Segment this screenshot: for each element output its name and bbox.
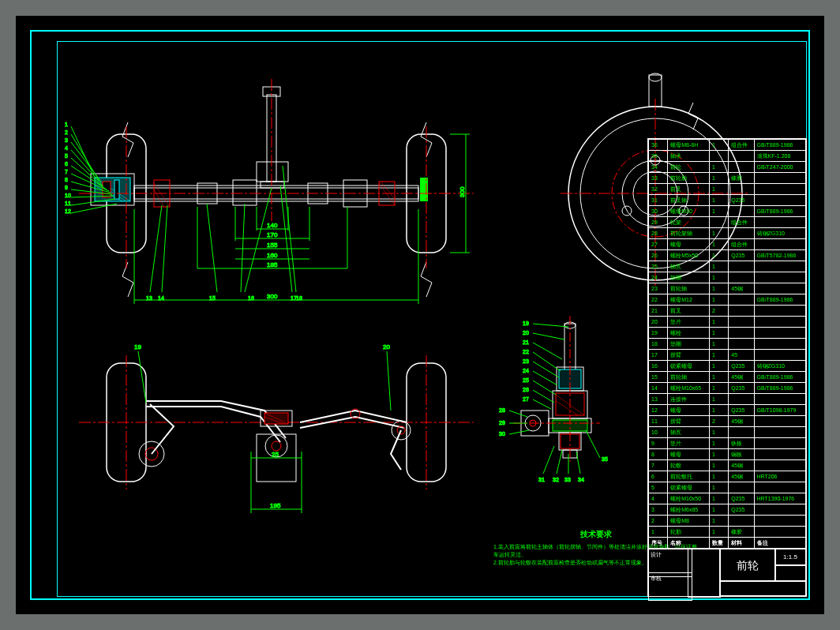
- bom-row: 6前轮毂托145钢HRT206: [649, 471, 806, 482]
- front-elevation-view: 170 140 155 160 185 300 300 1 2 3 4 5 6 …: [65, 79, 474, 304]
- bom-row: 17摆臂145: [649, 350, 806, 361]
- svg-line-172: [543, 446, 554, 474]
- bom-row: 28前轮架轴1铸钢ZG310: [649, 228, 806, 239]
- svg-text:32: 32: [553, 477, 559, 482]
- svg-line-170: [509, 430, 529, 434]
- svg-text:3: 3: [65, 137, 68, 143]
- svg-text:28: 28: [499, 407, 505, 413]
- bom-row: 15前轮轴145钢GB/T889-1986: [649, 372, 806, 383]
- bom-row: 2螺母M81: [649, 516, 806, 527]
- bom-row: 8螺母1铜板: [649, 449, 806, 460]
- bom-row: 5锁紧螺母1: [649, 482, 806, 493]
- svg-text:29: 29: [499, 420, 505, 426]
- svg-text:25: 25: [523, 377, 529, 383]
- svg-text:26: 26: [523, 387, 529, 392]
- bom-row: 30螺母M101GB/T889-1986: [649, 206, 806, 217]
- svg-line-156: [533, 362, 559, 377]
- svg-text:7: 7: [65, 169, 68, 174]
- bom-row: 23前轮轴145钢: [649, 283, 806, 294]
- svg-text:9: 9: [65, 185, 68, 190]
- checker-cell: 审核: [648, 572, 692, 601]
- svg-rect-130: [564, 324, 576, 371]
- svg-line-86: [245, 188, 272, 292]
- bom-row: 33前轮胎1橡胶: [649, 173, 806, 184]
- svg-text:19: 19: [134, 343, 141, 351]
- bom-row: 34前轮1GB/T247-2000: [649, 162, 806, 173]
- svg-text:34: 34: [578, 477, 584, 482]
- svg-line-17: [154, 183, 170, 207]
- svg-line-108: [138, 351, 146, 403]
- bom-row: 21前叉2: [649, 306, 806, 317]
- bom-row: 16锁紧螺母1Q235铸钢ZG310: [649, 361, 806, 372]
- svg-text:185: 185: [267, 261, 278, 268]
- svg-text:35: 35: [602, 456, 608, 462]
- bom-row: 32前叉1: [649, 184, 806, 195]
- svg-text:8: 8: [65, 177, 68, 182]
- svg-text:23: 23: [523, 358, 529, 364]
- cad-drawing-frame: 170 140 155 160 185 300 300 1 2 3 4 5 6 …: [16, 16, 824, 614]
- svg-text:10: 10: [65, 193, 71, 198]
- svg-text:11: 11: [65, 201, 71, 206]
- bom-row: 13连接件1: [649, 394, 806, 405]
- svg-line-82: [207, 204, 217, 292]
- svg-line-174: [557, 450, 562, 474]
- svg-text:20: 20: [383, 343, 390, 351]
- svg-text:18: 18: [296, 295, 302, 301]
- bom-row: 11摆臂245钢: [649, 416, 806, 427]
- svg-line-18: [154, 189, 164, 207]
- svg-text:5: 5: [65, 153, 68, 159]
- bom-row: 3螺栓M6x851Q235: [649, 504, 806, 516]
- svg-point-100: [272, 441, 281, 451]
- svg-text:20: 20: [523, 330, 529, 336]
- svg-text:155: 155: [267, 242, 278, 249]
- svg-text:31: 31: [538, 477, 545, 482]
- svg-text:24: 24: [523, 368, 529, 373]
- svg-text:140: 140: [267, 222, 278, 229]
- bom-row: 4螺栓M10x501Q235HRT1390-1976: [649, 493, 806, 504]
- bom-row: 25轴瓦1: [649, 261, 806, 272]
- bom-table: 36螺母M8-8H1组合件GB/T889-198635轴承滚珠KF-1.2083…: [647, 138, 807, 549]
- svg-text:15: 15: [209, 295, 216, 301]
- svg-text:22: 22: [523, 349, 529, 354]
- svg-text:14: 14: [158, 295, 164, 301]
- svg-line-164: [533, 399, 551, 409]
- bom-row: 36螺母M8-8H1组合件GB/T889-1986: [649, 140, 806, 151]
- svg-line-110: [387, 351, 391, 411]
- svg-line-154: [533, 352, 561, 371]
- detail-view: 19 20 21 22 23 24 25 26 27 28 29 30 31 3…: [499, 316, 608, 482]
- svg-text:6: 6: [65, 161, 68, 167]
- bom-row: 12螺母1Q235GB/T1098-1979: [649, 405, 806, 416]
- svg-text:33: 33: [564, 477, 571, 482]
- svg-line-60: [71, 150, 103, 186]
- bom-row: 7轮毂145钢: [649, 460, 806, 471]
- svg-text:16: 16: [248, 295, 254, 301]
- svg-text:12: 12: [65, 208, 71, 214]
- svg-text:170: 170: [267, 231, 278, 238]
- svg-rect-8: [114, 180, 119, 199]
- bom-row: 31前叉轴1Q235: [649, 195, 806, 206]
- svg-text:195: 195: [270, 502, 281, 509]
- svg-line-148: [533, 324, 568, 327]
- svg-line-78: [150, 205, 162, 292]
- top-view: 19 20 25 195: [79, 343, 474, 513]
- svg-text:2: 2: [65, 129, 68, 135]
- svg-text:4: 4: [65, 145, 68, 151]
- bom-row: 18垫圈1: [649, 339, 806, 350]
- svg-text:25: 25: [272, 451, 279, 458]
- svg-text:160: 160: [267, 252, 278, 259]
- bom-row: 24垫圈1: [649, 272, 806, 283]
- drawing-title: 前轮: [719, 549, 776, 582]
- svg-text:13: 13: [146, 295, 152, 301]
- svg-line-19: [379, 183, 395, 205]
- svg-line-152: [533, 343, 562, 359]
- svg-line-180: [586, 430, 600, 458]
- svg-line-178: [576, 452, 580, 474]
- svg-line-80: [162, 205, 167, 292]
- svg-line-166: [509, 411, 527, 417]
- bom-row: 9垫片1铁板: [649, 438, 806, 449]
- bom-row: 22螺母M121GB/T889-1986: [649, 294, 806, 306]
- title-block: 设计 审核 前轮 1:1.5: [647, 548, 807, 597]
- svg-text:300: 300: [459, 186, 466, 197]
- svg-text:30: 30: [499, 431, 505, 437]
- bom-row: 20垫片1: [649, 317, 806, 328]
